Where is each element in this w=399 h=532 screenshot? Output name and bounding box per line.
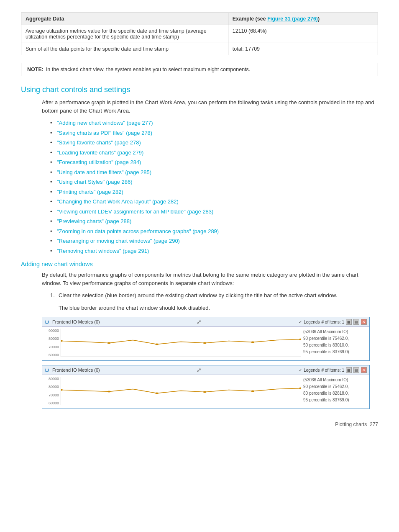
link-6[interactable]: "Using date and time filters" (page 285) — [57, 169, 151, 175]
list-item: "Loading favorite charts" (page 279) — [50, 149, 378, 157]
link-14[interactable]: "Removing chart windows" (page 291) — [57, 248, 149, 254]
table-row: Average utilization metrics value for th… — [21, 25, 378, 43]
table-header-col1: Aggregate Data — [21, 13, 228, 25]
refresh-icon-1 — [45, 320, 49, 324]
list-item: "Using date and time filters" (page 285) — [50, 168, 378, 177]
legend-line-1b: 90 percentile is 75462.0, — [303, 335, 368, 342]
y-val-1a: 90000 — [44, 329, 59, 333]
items-label-1: # of items: 1 — [322, 320, 344, 324]
legend-label-1: Legends — [304, 320, 320, 324]
list-item: "Zooming in on data points across perfor… — [50, 227, 378, 236]
svg-point-7 — [107, 391, 111, 393]
legend-line-2c: 80 percentile is 82818.0, — [303, 390, 368, 397]
link-1[interactable]: "Adding new chart windows" (page 277) — [57, 120, 153, 126]
svg-point-4 — [251, 342, 255, 343]
note-label: NOTE: — [27, 67, 43, 72]
line-chart-svg-2 — [61, 377, 301, 405]
close-btn-1[interactable]: ✕ — [361, 319, 367, 325]
aggregate-data-table: Aggregate Data Example (see Figure 31 (p… — [21, 13, 378, 55]
link-11[interactable]: "Previewing charts" (page 288) — [57, 218, 131, 224]
stack-btn-2[interactable]: ▤ — [353, 367, 359, 373]
list-item: "Viewing current LDEV assignments for an… — [50, 208, 378, 216]
chart-titlebar-2: Frontend IO Metrics (0) ⤢ ✓ Legends # of… — [42, 365, 369, 375]
chart-titlebar-right-2: ✓ Legends # of items: 1 ▦ ▤ ✕ — [299, 367, 367, 373]
svg-point-11 — [299, 388, 301, 389]
resize-icon-1: ⤢ — [197, 319, 202, 325]
link-2[interactable]: "Saving charts as PDF files" (page 278) — [57, 130, 152, 136]
table-cell-val2: total: 17709 — [228, 43, 378, 55]
y-val-1d: 60000 — [44, 353, 59, 357]
link-10[interactable]: "Viewing current LDEV assignments for an… — [57, 208, 213, 215]
y-val-1b: 80000 — [44, 337, 59, 341]
page-footer: Plotting charts 277 — [21, 421, 378, 427]
steps-list: Clear the selection (blue border) around… — [50, 291, 378, 300]
page-number: 277 — [370, 421, 378, 427]
list-item: "Forecasting utilization" (page 284) — [50, 158, 378, 167]
chart-body-1: 90000 80000 70000 60000 — [42, 327, 369, 360]
link-5[interactable]: "Forecasting utilization" (page 284) — [57, 159, 141, 165]
chart-window-2: Frontend IO Metrics (0) ⤢ ✓ Legends # of… — [42, 365, 370, 409]
link-13[interactable]: "Rearranging or moving chart windows" (p… — [57, 238, 180, 244]
stack-btn-1[interactable]: ▤ — [353, 319, 359, 325]
chart-legend-area-1: (53036 All Maximum IO) 90 percentile is … — [301, 329, 368, 359]
link-12[interactable]: "Zooming in on data points across perfor… — [57, 228, 219, 234]
list-item: "Changing the Chart Work Area layout" (p… — [50, 198, 378, 206]
y-val-2c: 70000 — [44, 393, 59, 397]
chart-titlebar-1: Frontend IO Metrics (0) ⤢ ✓ Legends # of… — [42, 317, 369, 327]
chart-y-labels-2: 80000 80000 70000 60000 — [44, 377, 61, 405]
grid-btn-1[interactable]: ▦ — [346, 319, 352, 325]
resize-handle-2: ⤢ — [100, 367, 299, 373]
link-8[interactable]: "Printing charts" (page 282) — [57, 189, 123, 195]
footer-text: Plotting charts — [335, 421, 367, 427]
legend-line-2a: (53036 All Maximum IO) — [303, 377, 368, 383]
items-label-2: # of items: 1 — [322, 368, 344, 373]
subsection-heading: Adding new chart windows — [21, 261, 378, 267]
chart-graph-area-1: 90000 80000 70000 60000 — [44, 329, 301, 359]
chart-title-2: Frontend IO Metrics (0) — [52, 368, 100, 373]
chart-window-1: Frontend IO Metrics (0) ⤢ ✓ Legends # of… — [42, 317, 370, 361]
legend-label-2: Legends — [304, 368, 320, 373]
section-heading: Using chart controls and settings — [21, 85, 378, 94]
svg-point-5 — [299, 339, 301, 340]
list-item: "Saving favorite charts" (page 278) — [50, 139, 378, 147]
legend-line-1a: (53036 All Maximum IO) — [303, 329, 368, 335]
table-cell-val1: 12110 (68.4%) — [228, 25, 378, 43]
link-3[interactable]: "Saving favorite charts" (page 278) — [57, 139, 141, 146]
chart-title-1: Frontend IO Metrics (0) — [52, 319, 100, 324]
svg-point-3 — [203, 342, 207, 344]
subsection-body: By default, the performance graphs of co… — [42, 271, 378, 287]
svg-point-0 — [61, 340, 63, 342]
step-1: Clear the selection (blue border) around… — [50, 291, 378, 300]
link-9[interactable]: "Changing the Chart Work Area layout" (p… — [57, 198, 179, 205]
legend-line-1c: 50 percentile is 83010.0, — [303, 342, 368, 349]
chart-plot-1 — [61, 329, 301, 357]
svg-point-9 — [203, 391, 207, 393]
legend-line-2b: 90 percentile is 75462.0, — [303, 383, 368, 390]
section-intro: After a performance graph is plotted in … — [42, 98, 378, 115]
chart-graph-area-2: 80000 80000 70000 60000 — [44, 377, 301, 407]
note-box: NOTE: In the stacked chart view, the sys… — [21, 63, 378, 76]
list-item: "Using chart Styles" (page 286) — [50, 178, 378, 186]
close-btn-2[interactable]: ✕ — [361, 367, 367, 373]
figure-link[interactable]: Figure 31 (page 276) — [267, 16, 318, 22]
grid-btn-2[interactable]: ▦ — [346, 367, 352, 373]
table-cell-desc2: Sum of all the data points for the speci… — [21, 43, 228, 55]
y-val-2a: 80000 — [44, 377, 59, 381]
check-icon-1: ✓ — [299, 320, 302, 324]
y-val-2b: 80000 — [44, 385, 59, 389]
chart-y-labels-1: 90000 80000 70000 60000 — [44, 329, 61, 357]
chart-titlebar-left-2: Frontend IO Metrics (0) — [45, 368, 100, 373]
list-item: "Adding new chart windows" (page 277) — [50, 119, 378, 127]
y-val-1c: 70000 — [44, 345, 59, 349]
list-item: "Printing charts" (page 282) — [50, 188, 378, 196]
link-4[interactable]: "Loading favorite charts" (page 279) — [57, 149, 143, 156]
table-header-col2: Example (see Figure 31 (page 276)) Examp… — [228, 13, 378, 25]
chart-titlebar-right-1: ✓ Legends # of items: 1 ▦ ▤ ✕ — [299, 319, 367, 325]
legend-line-1d: 95 percentile is 83769.0) — [303, 349, 368, 355]
svg-point-2 — [155, 343, 159, 345]
link-7[interactable]: "Using chart Styles" (page 286) — [57, 179, 132, 185]
chart-titlebar-left-1: Frontend IO Metrics (0) — [45, 319, 100, 324]
refresh-icon-2 — [45, 368, 49, 372]
check-icon-2: ✓ — [299, 368, 302, 373]
chart-container: Frontend IO Metrics (0) ⤢ ✓ Legends # of… — [42, 317, 370, 409]
